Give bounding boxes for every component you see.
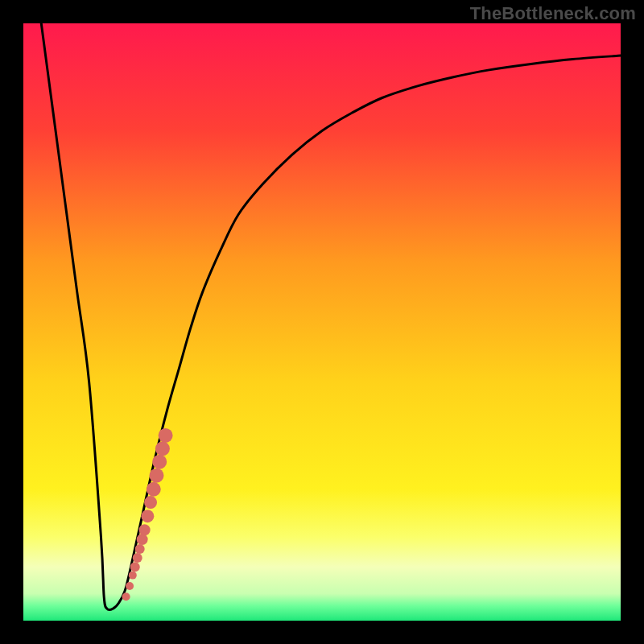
marker-dot [129,572,137,580]
attribution-label: TheBottleneck.com [470,3,636,24]
chart-frame: TheBottleneck.com [0,0,644,644]
marker-dot [149,469,163,483]
marker-dot [122,592,130,601]
marker-dot [152,455,167,469]
marker-dot [137,534,148,545]
marker-dot [159,428,173,443]
bottleneck-curve [41,23,621,610]
marker-cluster [122,428,173,601]
plot-area [23,23,621,621]
chart-svg [23,23,621,621]
marker-dot [130,562,140,572]
marker-dot [147,482,161,497]
marker-dot [144,496,157,509]
marker-dot [126,582,134,590]
marker-dot [141,510,154,522]
marker-dot [139,524,151,535]
marker-dot [133,553,142,563]
marker-dot [155,441,170,456]
marker-dot [135,544,145,554]
